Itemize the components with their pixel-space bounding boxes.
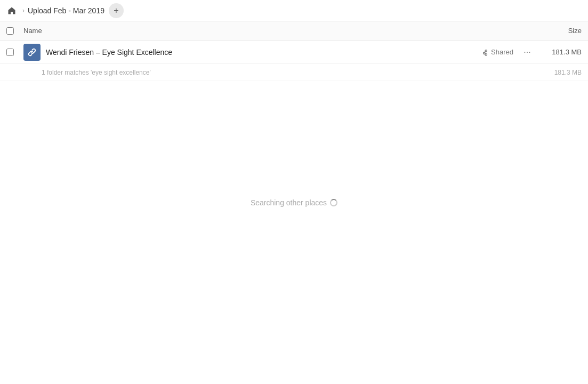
searching-spinner [330, 199, 337, 206]
column-header-row: Name Size [0, 21, 588, 41]
folder-match-row: 1 folder matches 'eye sight excellence' … [0, 64, 588, 81]
size-column-header: Size [528, 27, 582, 35]
shared-label: Shared [491, 48, 513, 56]
shared-badge: Shared [481, 48, 513, 56]
header-breadcrumb-bar: › Upload Feb - Mar 2019 + [0, 0, 588, 21]
row-checkbox-input[interactable] [6, 49, 14, 56]
svg-line-1 [485, 53, 486, 54]
searching-label: Searching other places [251, 198, 327, 207]
folder-match-text: 1 folder matches 'eye sight excellence' [42, 69, 539, 76]
select-all-input[interactable] [6, 27, 14, 35]
row-checkbox[interactable] [6, 49, 17, 56]
file-name: Wendi Friesen – Eye Sight Excellence [46, 48, 481, 57]
home-button[interactable] [4, 3, 19, 18]
breadcrumb-chevron: › [22, 7, 25, 14]
table-row[interactable]: Wendi Friesen – Eye Sight Excellence Sha… [0, 41, 588, 64]
searching-section: Searching other places [0, 198, 588, 207]
select-all-checkbox[interactable] [6, 27, 17, 35]
file-type-icon [23, 44, 41, 61]
breadcrumb-title: Upload Feb - Mar 2019 [28, 6, 104, 15]
searching-text: Searching other places [251, 198, 337, 207]
more-options-button[interactable]: ··· [520, 45, 535, 60]
folder-match-size: 181.3 MB [539, 69, 582, 76]
file-size: 181.3 MB [539, 48, 582, 56]
add-button[interactable]: + [109, 3, 124, 18]
name-column-header: Name [23, 27, 528, 35]
